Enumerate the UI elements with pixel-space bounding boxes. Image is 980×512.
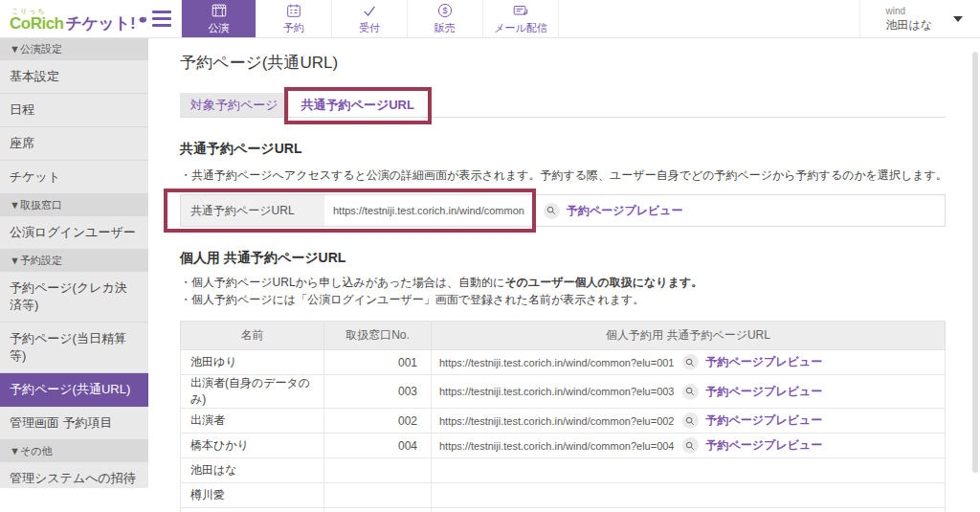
personal-url-text: https://testniji.test.corich.in/wind/com… [439, 386, 675, 397]
window-no-cell: 004 [324, 434, 432, 458]
pig-mascot-icon [138, 10, 148, 29]
dollar-icon: $ [436, 2, 454, 19]
personal-note-1-bold: そのユーザー個人の取扱になります。 [504, 276, 702, 289]
main-content: 予約ページ(共通URL) 対象予約ページ 共通予約ページURL 共通予約ページU… [148, 38, 980, 512]
nav-item-mail[interactable]: メール配信 [483, 0, 559, 37]
table-row: 池田はな [181, 458, 946, 483]
name-cell: 出演者 [181, 409, 324, 434]
stage-icon [211, 2, 228, 19]
col-header-window-no: 取扱窓口No. [324, 322, 432, 350]
page-title: 予約ページ(共通URL) [180, 52, 980, 74]
app-window: こりっち CoRichチケット! 公 [0, 0, 980, 512]
table-row-partial [181, 508, 946, 512]
logo-product: チケット! [66, 14, 136, 33]
sidebar-item-schedule[interactable]: 日程 [0, 94, 148, 127]
table-row: 池田ゆり 001 https://testniji.test.corich.in… [181, 350, 946, 375]
sidebar-header-handling-window[interactable]: ▼取扱窓口 [0, 194, 148, 216]
col-header-name: 名前 [181, 322, 324, 350]
sidebar: ▼公演設定 基本設定 日程 座席 チケット ▼取扱窓口 公演ログインユーザー ▼… [0, 38, 148, 488]
sidebar-item-reservation-page-common-url[interactable]: 予約ページ(共通URL) [0, 373, 148, 407]
calendar-icon [285, 2, 302, 19]
nav-item-sales[interactable]: $ 販売 [408, 0, 483, 37]
sidebar-item-reservation-page-sameday[interactable]: 予約ページ(当日精算等) [0, 323, 148, 373]
preview-link[interactable]: 予約ページプレビュー [567, 203, 683, 219]
svg-text:$: $ [442, 6, 447, 15]
user-org: wind [885, 5, 932, 18]
top-header: こりっち CoRichチケット! 公 [0, 0, 980, 38]
sidebar-item-invite-admin[interactable]: 管理システムへの招待 [0, 462, 148, 488]
sidebar-header-performance-settings[interactable]: ▼公演設定 [0, 38, 148, 60]
sidebar-item-admin-reservation-items[interactable]: 管理画面 予約項目 [0, 407, 148, 440]
sidebar-item-seats[interactable]: 座席 [0, 127, 148, 161]
name-cell: 出演者(自身のデータのみ) [181, 375, 324, 409]
section-heading-common-url: 共通予約ページURL [180, 141, 980, 158]
mail-icon [512, 2, 529, 19]
annotated-url-area: 共通予約ページURL https://testniji.test.corich.… [181, 195, 534, 226]
table-row: 出演者(自身のデータのみ) 003 https://testniji.test.… [181, 375, 946, 409]
section-common-description: ・共通予約ページへアクセスすると公演の詳細画面が表示されます。予約する際、ユーザ… [180, 167, 980, 183]
common-url-row: 共通予約ページURL https://testniji.test.corich.… [180, 194, 946, 227]
nav-label: 予約 [283, 21, 304, 35]
personal-url-text: https://testniji.test.corich.in/wind/com… [439, 440, 675, 452]
section-personal-notes: ・個人予約ページURLから申し込みがあった場合は、自動的にそのユーザー個人の取扱… [180, 275, 980, 307]
logo-brand: CoRich [10, 14, 64, 33]
common-url-value: https://testniji.test.corich.in/wind/com… [324, 195, 534, 226]
section-heading-personal-url: 個人用 共通予約ページURL [180, 250, 980, 267]
sidebar-item-tickets[interactable]: チケット [0, 161, 148, 194]
user-name: 池田はな [885, 17, 932, 33]
window-no-cell: 001 [324, 350, 432, 375]
personal-note-2: ・個人予約ページには「公演ログインユーザー」画面で登録された名前が表示されます。 [180, 292, 980, 307]
preview-action: 予約ページプレビュー [544, 195, 683, 226]
nav-label: 公演 [209, 21, 230, 35]
table-row: 出演者 002 https://testniji.test.corich.in/… [181, 409, 946, 434]
sidebar-item-login-users[interactable]: 公演ログインユーザー [0, 216, 148, 250]
nav-item-performance[interactable]: 公演 [181, 0, 256, 37]
name-cell: 橋本ひかり [181, 434, 324, 458]
hamburger-menu-button[interactable] [148, 0, 179, 37]
search-icon[interactable] [682, 384, 699, 400]
preview-link[interactable]: 予約ページプレビュー [706, 354, 823, 370]
tab-common-reservation-url[interactable]: 共通予約ページURL [291, 93, 425, 117]
logo[interactable]: こりっち CoRichチケット! [0, 0, 148, 37]
nav-item-reception[interactable]: 受付 [332, 0, 408, 37]
sidebar-item-reservation-page-card[interactable]: 予約ページ(クレカ決済等) [0, 272, 148, 323]
nav-label: 販売 [434, 21, 456, 35]
common-url-label: 共通予約ページURL [181, 195, 324, 226]
name-cell: 池田ゆり [181, 350, 324, 375]
personal-note-1: ・個人予約ページURLから申し込みがあった場合は、自動的にそのユーザー個人の取扱… [180, 275, 980, 290]
preview-link[interactable]: 予約ページプレビュー [706, 412, 823, 429]
window-no-cell [324, 483, 432, 508]
personal-url-text: https://testniji.test.corich.in/wind/com… [439, 357, 675, 368]
search-icon[interactable] [682, 437, 699, 454]
window-no-cell [324, 458, 432, 483]
user-menu[interactable]: wind 池田はな [859, 0, 980, 37]
sidebar-item-basic-settings[interactable]: 基本設定 [0, 60, 148, 94]
personal-url-text: https://testniji.test.corich.in/wind/com… [439, 415, 675, 427]
name-cell: 樽川愛 [181, 483, 324, 508]
table-row: 樽川愛 [181, 483, 946, 508]
personal-url-table: 名前 取扱窓口No. 個人予約用 共通予約ページURL 池田ゆり 001 htt… [180, 321, 946, 512]
nav-item-reservation[interactable]: 予約 [256, 0, 332, 37]
tab-target-reservation-pages[interactable]: 対象予約ページ [180, 93, 289, 117]
main-nav: 公演 予約 受付 $ 販売 [181, 0, 559, 37]
search-icon[interactable] [544, 203, 560, 219]
logo-furigana: こりっち [11, 8, 135, 14]
vertical-scrollbar[interactable] [972, 52, 978, 473]
name-cell: 池田はな [181, 458, 324, 483]
sidebar-header-reservation-settings[interactable]: ▼予約設定 [0, 250, 148, 272]
preview-link[interactable]: 予約ページプレビュー [706, 384, 823, 400]
table-header-row: 名前 取扱窓口No. 個人予約用 共通予約ページURL [181, 322, 946, 350]
sidebar-header-other[interactable]: ▼その他 [0, 440, 148, 462]
window-no-cell: 003 [324, 375, 432, 409]
logo-text: こりっち CoRichチケット! [10, 6, 135, 32]
check-icon [361, 2, 378, 19]
nav-label: 受付 [359, 21, 380, 35]
preview-link[interactable]: 予約ページプレビュー [706, 437, 823, 454]
col-header-personal-url: 個人予約用 共通予約ページURL [432, 322, 946, 350]
caret-down-icon [953, 16, 963, 22]
nav-label: メール配信 [494, 21, 547, 35]
window-no-cell: 002 [324, 409, 432, 434]
tab-label: 共通予約ページURL [301, 97, 414, 114]
search-icon[interactable] [682, 412, 699, 429]
search-icon[interactable] [682, 354, 699, 370]
